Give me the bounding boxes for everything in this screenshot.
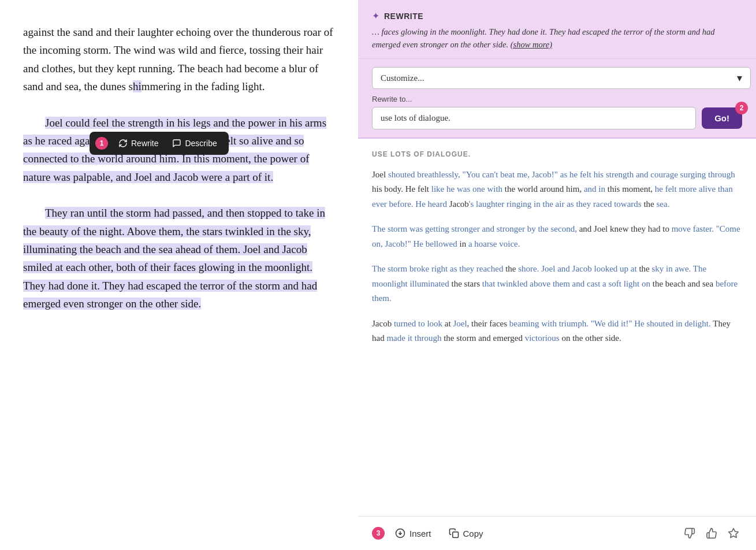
main-text: against the sand and their laughter echo… xyxy=(23,23,335,313)
thumbs-up-icon xyxy=(706,527,717,539)
copy-label: Copy xyxy=(463,529,483,538)
rewrite-icon xyxy=(118,139,128,148)
badge-2: 2 xyxy=(735,102,748,114)
insert-button[interactable]: Insert xyxy=(388,525,438,542)
right-panel: ✦ REWRITE … faces glowing in the moonlig… xyxy=(358,0,756,550)
bottom-right-actions xyxy=(681,525,742,542)
result-paragraph-2: The storm was getting stronger and stron… xyxy=(372,222,742,251)
thumbs-down-icon xyxy=(684,527,695,539)
badge-3-wrapper: 3 xyxy=(372,527,385,540)
copy-icon xyxy=(449,528,459,538)
result-paragraph-3: The storm broke right as they reached th… xyxy=(372,262,742,306)
left-panel: against the sand and their laughter echo… xyxy=(0,0,358,550)
rewrite-button[interactable]: Rewrite xyxy=(113,136,164,150)
star-button[interactable] xyxy=(725,525,742,542)
star-icon xyxy=(728,527,739,539)
badge-3: 3 xyxy=(372,527,385,540)
thumbs-down-button[interactable] xyxy=(681,525,698,542)
rewrite-label: Rewrite xyxy=(131,139,158,148)
thumbs-up-button[interactable] xyxy=(703,525,720,542)
rewrite-section-title: REWRITE xyxy=(384,12,423,21)
rewrite-header: ✦ REWRITE … faces glowing in the moonlig… xyxy=(358,0,756,59)
go-button-wrapper: Go! 2 xyxy=(702,107,742,129)
tooltip-popup: 1 Rewrite Describe xyxy=(90,132,229,155)
customize-section: Customize... ▾ Rewrite to... Go! 2 xyxy=(358,59,756,139)
describe-label: Describe xyxy=(185,139,217,148)
describe-icon xyxy=(172,139,181,148)
result-paragraph-4: Jacob turned to look at Joel, their face… xyxy=(372,317,742,346)
result-paragraph-1: Joel shouted breathlessly, "You can't be… xyxy=(372,168,742,212)
rewrite-to-input[interactable] xyxy=(372,107,696,129)
insert-icon xyxy=(395,528,405,538)
rewrite-preview-text: … faces glowing in the moonlight. They h… xyxy=(372,26,742,51)
result-prompt-label: USE LOTS OF DIALOGUE. xyxy=(372,150,742,158)
bottom-bar: 3 Insert Copy xyxy=(358,516,756,550)
bottom-left-actions: 3 Insert Copy xyxy=(372,525,490,542)
result-section: USE LOTS OF DIALOGUE. Joel shouted breat… xyxy=(358,139,756,516)
insert-label: Insert xyxy=(409,529,431,538)
svg-marker-3 xyxy=(729,529,739,538)
describe-button[interactable]: Describe xyxy=(166,136,222,150)
rewrite-to-label: Rewrite to... xyxy=(372,95,742,103)
copy-button[interactable]: Copy xyxy=(442,525,490,542)
rewrite-sparkle-icon: ✦ xyxy=(372,10,379,21)
svg-rect-2 xyxy=(452,532,458,538)
show-more-link[interactable]: (show more) xyxy=(511,40,552,49)
badge-1: 1 xyxy=(95,137,108,150)
customize-select[interactable]: Customize... xyxy=(372,67,751,89)
